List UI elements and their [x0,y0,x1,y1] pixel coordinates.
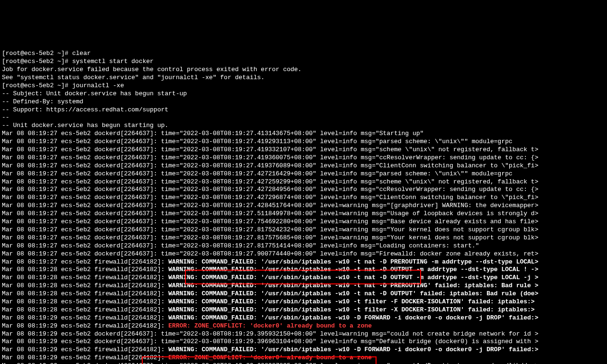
terminal-line: Mar 08 08:19:27 ecs-5eb2 dockerd[2264637… [2,162,605,170]
terminal-text-segment: WARNING: COMMAND_FAILED: '/usr/sbin/ipta… [168,274,538,281]
terminal-text: -- Subject: Unit docker.service has begu… [2,90,187,97]
terminal-text-segment: Mar 08 08:19:28 ecs-5eb2 firewalld[22641… [2,306,168,313]
terminal-text: Mar 08 08:19:27 ecs-5eb2 dockerd[2264637… [2,130,423,137]
terminal-output[interactable]: [root@ecs-5eb2 ~]# clear[root@ecs-5eb2 ~… [2,34,605,364]
terminal-line: -- Defined-By: systemd [2,98,605,106]
terminal-text-segment: WARNING: COMMAND_FAILED: '/usr/sbin/ipta… [168,314,538,321]
terminal-line: Mar 08 08:19:29 ecs-5eb2 dockerd[2264637… [2,362,605,364]
terminal-text: -- [2,114,13,121]
terminal-text: Mar 08 08:19:27 ecs-5eb2 dockerd[2264637… [2,250,538,257]
terminal-line: Mar 08 08:19:27 ecs-5eb2 dockerd[2264637… [2,226,605,234]
terminal-line: Mar 08 08:19:28 ecs-5eb2 firewalld[22641… [2,274,605,282]
terminal-text: [root@ecs-5eb2 ~]# clear [2,50,91,57]
terminal-line: See "systemctl status docker.service" an… [2,74,605,82]
terminal-text: Mar 08 08:19:27 ecs-5eb2 dockerd[2264637… [2,194,538,201]
terminal-text-segment: Mar 08 08:19:28 ecs-5eb2 firewalld[22641… [2,290,168,297]
terminal-text: Mar 08 08:19:29 ecs-5eb2 dockerd[2264637… [2,362,538,364]
terminal-line: [root@ecs-5eb2 ~]# journalctl -xe [2,82,605,90]
terminal-line: Mar 08 08:19:29 ecs-5eb2 dockerd[2264637… [2,330,605,338]
terminal-line: Mar 08 08:19:27 ecs-5eb2 dockerd[2264637… [2,154,605,162]
terminal-text-segment: WARNING: COMMAND_FAILED: '/usr/sbin/ipta… [168,346,538,353]
terminal-line: Mar 08 08:19:27 ecs-5eb2 firewalld[22641… [2,258,605,266]
terminal-text-segment: ERROR: ZONE_CONFLICT: 'docker0' already … [168,354,372,361]
terminal-line: Mar 08 08:19:27 ecs-5eb2 dockerd[2264637… [2,138,605,146]
terminal-line: -- Support: https://access.redhat.com/su… [2,106,605,114]
terminal-text: Mar 08 08:19:27 ecs-5eb2 dockerd[2264637… [2,226,538,233]
terminal-text: -- Unit docker.service has begun startin… [2,122,168,129]
terminal-line: [root@ecs-5eb2 ~]# clear [2,50,605,58]
terminal-line: Mar 08 08:19:27 ecs-5eb2 dockerd[2264637… [2,202,605,210]
terminal-text: Mar 08 08:19:27 ecs-5eb2 dockerd[2264637… [2,138,513,145]
terminal-line: Mar 08 08:19:29 ecs-5eb2 firewalld[22641… [2,322,605,330]
terminal-text: Mar 08 08:19:27 ecs-5eb2 dockerd[2264637… [2,154,538,161]
terminal-line: Mar 08 08:19:27 ecs-5eb2 dockerd[2264637… [2,130,605,138]
terminal-line: Mar 08 08:19:27 ecs-5eb2 dockerd[2264637… [2,194,605,202]
terminal-line: Mar 08 08:19:29 ecs-5eb2 dockerd[2264637… [2,338,605,346]
terminal-text: Mar 08 08:19:27 ecs-5eb2 dockerd[2264637… [2,234,538,241]
terminal-text-segment: Mar 08 08:19:28 ecs-5eb2 firewalld[22641… [2,298,168,305]
terminal-line: Mar 08 08:19:28 ecs-5eb2 firewalld[22641… [2,306,605,314]
terminal-line: Mar 08 08:19:27 ecs-5eb2 dockerd[2264637… [2,242,605,250]
terminal-text-segment: Mar 08 08:19:29 ecs-5eb2 firewalld[22641… [2,314,168,321]
terminal-line: Mar 08 08:19:27 ecs-5eb2 dockerd[2264637… [2,250,605,258]
terminal-text: Mar 08 08:19:27 ecs-5eb2 dockerd[2264637… [2,186,538,193]
terminal-line: Mar 08 08:19:27 ecs-5eb2 dockerd[2264637… [2,218,605,226]
terminal-line: [root@ecs-5eb2 ~]# systemctl start docke… [2,58,605,66]
terminal-text: Mar 08 08:19:27 ecs-5eb2 dockerd[2264637… [2,242,479,249]
terminal-line: Mar 08 08:19:29 ecs-5eb2 firewalld[22641… [2,346,605,354]
terminal-text-segment: WARNING: COMMAND_FAILED: '/usr/sbin/ipta… [168,258,538,265]
terminal-text: -- Support: https://access.redhat.com/su… [2,106,168,113]
terminal-line: Mar 08 08:19:27 ecs-5eb2 dockerd[2264637… [2,170,605,178]
terminal-text-segment: Mar 08 08:19:29 ecs-5eb2 firewalld[22641… [2,346,168,353]
terminal-text-segment: WARNING: COMMAND_FAILED: '/usr/sbin/ipta… [168,266,538,273]
terminal-text: Mar 08 08:19:27 ecs-5eb2 dockerd[2264637… [2,202,538,209]
terminal-text: Mar 08 08:19:29 ecs-5eb2 dockerd[2264637… [2,330,538,337]
terminal-text: Job for docker.service failed because th… [2,66,302,73]
terminal-text: Mar 08 08:19:29 ecs-5eb2 dockerd[2264637… [2,338,538,345]
terminal-line: Mar 08 08:19:27 ecs-5eb2 dockerd[2264637… [2,234,605,242]
terminal-line: Mar 08 08:19:28 ecs-5eb2 firewalld[22641… [2,290,605,298]
terminal-text-segment: Mar 08 08:19:29 ecs-5eb2 firewalld[22641… [2,354,168,361]
terminal-line: -- Subject: Unit docker.service has begu… [2,90,605,98]
terminal-text: [root@ecs-5eb2 ~]# journalctl -xe [2,82,124,89]
terminal-line: Mar 08 08:19:29 ecs-5eb2 firewalld[22641… [2,354,605,362]
terminal-text: Mar 08 08:19:27 ecs-5eb2 dockerd[2264637… [2,146,538,153]
terminal-line: -- Unit docker.service has begun startin… [2,122,605,130]
terminal-line: Mar 08 08:19:28 ecs-5eb2 firewalld[22641… [2,298,605,306]
terminal-line: Mar 08 08:19:27 ecs-5eb2 dockerd[2264637… [2,210,605,218]
terminal-text-segment: WARNING: COMMAND_FAILED: '/usr/sbin/ipta… [168,306,534,313]
terminal-text-segment: Mar 08 08:19:28 ecs-5eb2 firewalld[22641… [2,274,168,281]
terminal-line: Mar 08 08:19:27 ecs-5eb2 dockerd[2264637… [2,146,605,154]
terminal-text: -- Defined-By: systemd [2,98,83,105]
terminal-line: Job for docker.service failed because th… [2,66,605,74]
terminal-text-segment: Mar 08 08:19:29 ecs-5eb2 firewalld[22641… [2,322,168,329]
terminal-text: Mar 08 08:19:27 ecs-5eb2 dockerd[2264637… [2,162,538,169]
terminal-text-segment: WARNING: COMMAND_FAILED: '/usr/sbin/ipta… [168,298,534,305]
terminal-text-segment: Mar 08 08:19:27 ecs-5eb2 firewalld[22641… [2,258,168,265]
terminal-line: Mar 08 08:19:27 ecs-5eb2 dockerd[2264637… [2,178,605,186]
terminal-text: Mar 08 08:19:27 ecs-5eb2 dockerd[2264637… [2,218,538,225]
terminal-text-segment: ERROR: ZONE_CONFLICT: 'docker0' already … [168,322,372,329]
terminal-text-segment: Mar 08 08:19:28 ecs-5eb2 firewalld[22641… [2,266,168,273]
terminal-text: Mar 08 08:19:27 ecs-5eb2 dockerd[2264637… [2,170,513,177]
terminal-text: [root@ecs-5eb2 ~]# systemctl start docke… [2,58,154,65]
terminal-text: Mar 08 08:19:27 ecs-5eb2 dockerd[2264637… [2,210,538,217]
terminal-line: Mar 08 08:19:28 ecs-5eb2 firewalld[22641… [2,282,605,290]
terminal-line: -- [2,114,605,122]
terminal-text-segment: Mar 08 08:19:28 ecs-5eb2 firewalld[22641… [2,282,168,289]
terminal-text: Mar 08 08:19:27 ecs-5eb2 dockerd[2264637… [2,178,538,185]
terminal-text-segment: WARNING: COMMAND_FAILED: '/usr/sbin/ipta… [168,290,538,297]
terminal-line: Mar 08 08:19:27 ecs-5eb2 dockerd[2264637… [2,186,605,194]
terminal-line: Mar 08 08:19:29 ecs-5eb2 firewalld[22641… [2,314,605,322]
terminal-text-segment: WARNING: COMMAND_FAILED: '/usr/sbin/ipta… [168,282,538,289]
terminal-text: See "systemctl status docker.service" an… [2,74,265,81]
terminal-line: Mar 08 08:19:28 ecs-5eb2 firewalld[22641… [2,266,605,274]
